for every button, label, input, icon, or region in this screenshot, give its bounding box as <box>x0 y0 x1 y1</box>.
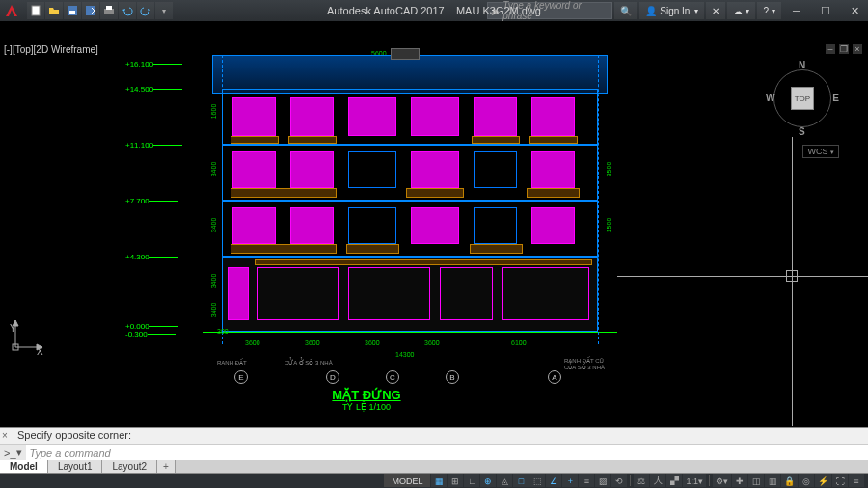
status-quickprops-button[interactable]: ▥ <box>765 474 780 487</box>
floor-3 <box>222 145 598 201</box>
viewcube-top-face[interactable]: TOP <box>791 87 814 110</box>
shopfront <box>257 267 339 320</box>
status-space-toggle[interactable]: MODEL <box>384 474 430 487</box>
status-lockui-button[interactable]: 🔒 <box>781 474 798 487</box>
doc-close-button[interactable]: × <box>853 44 862 54</box>
grid-line <box>598 55 599 344</box>
status-otrack-button[interactable]: ∠ <box>546 474 561 487</box>
open-button[interactable] <box>45 2 63 19</box>
dim-label: 3500 <box>606 162 612 177</box>
undo-button[interactable] <box>119 2 136 19</box>
window <box>411 207 459 244</box>
elev-marker: +14.500 <box>125 85 153 94</box>
autocad-logo-icon[interactable] <box>2 1 21 20</box>
stay-connected-button[interactable]: ☁▾ <box>727 2 755 19</box>
status-snap-button[interactable]: ⊞ <box>448 474 463 487</box>
window <box>348 97 396 136</box>
door <box>531 207 575 244</box>
status-ortho-button[interactable]: ∟ <box>464 474 479 487</box>
floor-4 <box>222 89 598 145</box>
status-lineweight-button[interactable]: ≡ <box>579 474 594 487</box>
balcony <box>406 188 464 198</box>
file-name: MAU K3G2M.dwg <box>456 5 541 16</box>
status-grid-button[interactable]: ▦ <box>431 474 447 487</box>
svg-rect-2 <box>69 11 75 14</box>
wcs-dropdown[interactable]: WCS ▾ <box>802 145 839 158</box>
window-title: Autodesk AutoCAD 2017 MAU K3G2M.dwg <box>327 5 541 16</box>
tab-layout1[interactable]: Layout1 <box>48 460 103 473</box>
window <box>531 97 575 136</box>
status-autoscale-button[interactable]: 🙾 <box>666 474 682 487</box>
status-annoscale-button[interactable]: ⚖ <box>634 474 649 487</box>
exchange-apps-button[interactable]: ✕ <box>706 2 725 19</box>
dim-total: 14300 <box>395 351 414 358</box>
window <box>411 151 459 188</box>
grid-bubble: C <box>386 370 399 384</box>
commandline-close-icon[interactable]: × <box>2 430 8 441</box>
ground-line <box>203 332 617 333</box>
close-button[interactable]: ✕ <box>841 0 868 21</box>
balcony <box>288 136 337 144</box>
status-workspace-button[interactable]: ⚙▾ <box>713 474 731 487</box>
command-input[interactable]: Type a command <box>26 447 868 459</box>
window <box>474 97 517 136</box>
balcony <box>231 136 279 144</box>
status-selection-cycling-button[interactable]: ⟲ <box>611 474 627 487</box>
tab-add-button[interactable]: + <box>157 460 176 473</box>
drawing-canvas[interactable]: [-][Top][2D Wireframe] – ❐ × TOP N S E W… <box>0 21 868 427</box>
viewcube-north[interactable]: N <box>799 60 805 70</box>
command-input-row[interactable]: >_▾ Type a command <box>0 444 868 461</box>
new-button[interactable] <box>27 2 44 19</box>
building-elevation <box>222 60 598 339</box>
minimize-button[interactable]: ─ <box>783 0 810 21</box>
dim-label: 6100 <box>511 339 527 346</box>
tab-layout2[interactable]: Layout2 <box>102 460 157 473</box>
status-dyninput-button[interactable]: + <box>562 474 578 487</box>
save-button[interactable] <box>64 2 81 19</box>
status-annomonitor-button[interactable]: ✚ <box>732 474 747 487</box>
status-isolate-button[interactable]: ◎ <box>799 474 814 487</box>
qat-customize-icon[interactable]: ▾ <box>155 2 173 19</box>
ucs-icon[interactable]: Y X <box>10 314 48 355</box>
viewport-label[interactable]: [-][Top][2D Wireframe] <box>4 44 98 55</box>
status-units-button[interactable]: ◫ <box>748 474 764 487</box>
viewcube-south[interactable]: S <box>799 126 805 137</box>
garage-door <box>502 267 589 320</box>
status-osnap-button[interactable]: □ <box>513 474 529 487</box>
viewcube[interactable]: TOP N S E W <box>764 60 841 137</box>
saveas-button[interactable] <box>82 2 99 19</box>
sign-in-button[interactable]: 👤Sign In▾ <box>639 2 704 19</box>
door <box>290 151 334 188</box>
tab-model[interactable]: Model <box>0 460 48 473</box>
dim-label: 3400 <box>210 303 217 318</box>
redo-button[interactable] <box>137 2 154 19</box>
doc-restore-button[interactable]: ❐ <box>839 44 849 54</box>
dim-label: 3600 <box>245 339 260 346</box>
drawing-scale: TỶ LỆ 1/100 <box>125 402 608 412</box>
viewcube-east[interactable]: E <box>832 93 839 103</box>
viewcube-west[interactable]: W <box>766 93 774 103</box>
status-customize-button[interactable]: ≡ <box>849 474 864 487</box>
status-polar-button[interactable]: ⊕ <box>480 474 496 487</box>
search-go-button[interactable]: 🔍 <box>614 2 637 19</box>
balcony <box>527 188 580 198</box>
dim-label: 1600 <box>210 104 217 120</box>
plot-button[interactable] <box>100 2 118 19</box>
status-isodraft-button[interactable]: ◬ <box>497 474 512 487</box>
doc-minimize-button[interactable]: – <box>826 44 835 54</box>
help-button[interactable]: ?▾ <box>757 2 781 19</box>
status-hardwareaccel-button[interactable]: ⚡ <box>815 474 831 487</box>
floor-ground <box>222 257 598 332</box>
grid-bubble: B <box>446 370 459 384</box>
drawing-title: MẶT ĐỨNG <box>125 388 608 402</box>
status-transparency-button[interactable]: ▨ <box>595 474 610 487</box>
status-3dosnap-button[interactable]: ⬚ <box>529 474 545 487</box>
window <box>232 97 276 136</box>
app-name: Autodesk AutoCAD 2017 <box>327 5 445 16</box>
status-annovisibility-button[interactable]: 人 <box>650 474 665 487</box>
status-cleanscreen-button[interactable]: ⛶ <box>832 474 848 487</box>
status-scale-list[interactable]: 1:1▾ <box>683 474 706 487</box>
door <box>232 207 276 244</box>
chimney <box>391 48 420 60</box>
maximize-button[interactable]: ☐ <box>812 0 839 21</box>
